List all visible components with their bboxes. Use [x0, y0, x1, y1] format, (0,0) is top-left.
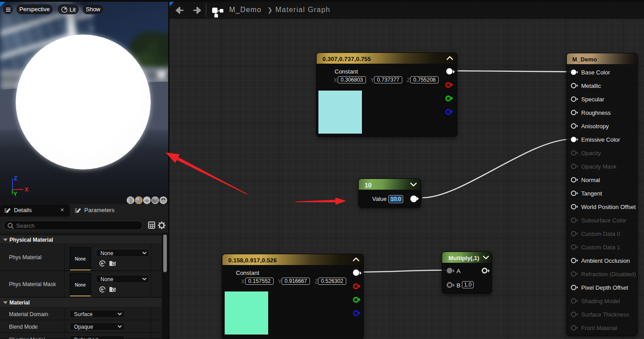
svg-text:Z: Z [14, 175, 17, 182]
svg-text:X: X [25, 187, 29, 193]
svg-text:Y: Y [13, 191, 17, 197]
